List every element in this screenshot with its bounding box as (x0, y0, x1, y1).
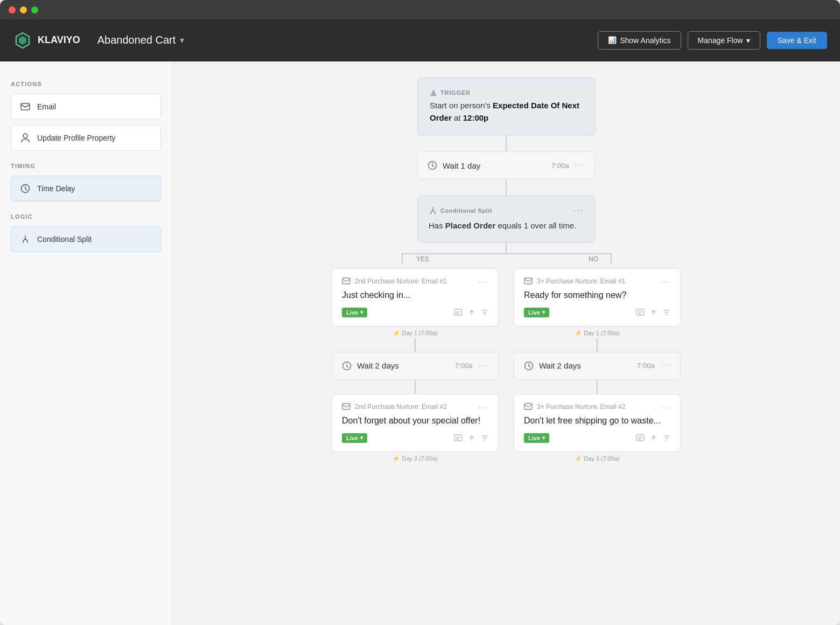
right-email-1-up-arrow[interactable] (650, 309, 657, 316)
email-2-up-arrow[interactable] (468, 434, 475, 442)
app-header: KLAVIYO Abandoned Cart ▾ 📊 Show Analytic… (0, 19, 840, 61)
split-columns: 2nd Purchase Nurture: Email #1 ··· Just … (332, 268, 681, 463)
right-wait-2[interactable]: Wait 2 days 7:00a ··· (514, 352, 681, 380)
conditional-menu-dots[interactable]: ··· (573, 206, 584, 216)
left-connector-2 (415, 380, 416, 394)
right-email-1-status[interactable]: Live ▾ (524, 308, 549, 317)
right-email-1-filter[interactable] (663, 309, 670, 316)
svg-rect-13 (524, 278, 532, 284)
svg-rect-8 (342, 278, 350, 284)
left-email-1-subject: Just checking in... (342, 290, 488, 300)
email-label: Email (37, 102, 56, 111)
right-wait-clock-icon (524, 361, 534, 371)
right-email-2-header: 3+ Purchase Nurture: Email #2 ··· (524, 403, 670, 413)
filter-icon[interactable] (481, 309, 488, 316)
conditional-split-node[interactable]: Conditional Split ··· Has Placed Order e… (417, 196, 595, 242)
conditional-label: Conditional Split ··· (429, 206, 584, 216)
minimize-dot[interactable] (20, 6, 27, 13)
left-email-1[interactable]: 2nd Purchase Nurture: Email #1 ··· Just … (332, 268, 499, 327)
sidebar-item-conditional-split[interactable]: Conditional Split (11, 226, 161, 252)
svg-point-4 (23, 134, 27, 138)
right-email-2-footer: Live ▾ (524, 433, 670, 443)
close-dot[interactable] (9, 6, 16, 13)
timing-section-label: TIMING (11, 163, 161, 169)
manage-flow-button[interactable]: Manage Flow ▾ (688, 31, 760, 50)
app-window: KLAVIYO Abandoned Cart ▾ 📊 Show Analytic… (0, 0, 840, 625)
logo: KLAVIYO (13, 31, 80, 50)
clock-icon (20, 183, 31, 194)
main-layout: ACTIONS Email Update Profile Property TI… (0, 61, 840, 625)
email-2-filter-icon[interactable] (481, 434, 488, 442)
right-email-2-action-icon[interactable] (636, 434, 645, 441)
wait-clock-icon (428, 161, 437, 170)
conditional-text: Has Placed Order equals 1 over all time. (429, 220, 584, 232)
maximize-dot[interactable] (31, 6, 38, 13)
left-email-1-menu[interactable]: ··· (478, 277, 488, 287)
right-day-3-label: ⚡ Day 3 (7:00a) (575, 455, 620, 462)
left-email-2-status[interactable]: Live ▾ (342, 433, 367, 443)
left-email-1-actions (454, 309, 488, 316)
header-actions: 📊 Show Analytics Manage Flow ▾ Save & Ex… (598, 31, 827, 50)
left-wait-2[interactable]: Wait 2 days 7:00a ··· (332, 352, 499, 380)
left-email-1-status[interactable]: Live ▾ (342, 308, 367, 317)
flow-canvas[interactable]: Trigger Start on person's Expected Date … (172, 61, 840, 625)
right-email-2-series: 3+ Purchase Nurture: Email #2 (537, 403, 625, 411)
left-connector-1 (415, 338, 416, 352)
svg-rect-11 (342, 404, 350, 409)
sidebar-item-time-delay[interactable]: Time Delay (11, 176, 161, 202)
email-1-left-icon (342, 277, 351, 284)
left-email-2[interactable]: 2nd Purchase Nurture: Email #2 ··· Don't… (332, 394, 499, 452)
update-profile-label: Update Profile Property (37, 134, 116, 142)
up-arrow-icon[interactable] (468, 309, 475, 316)
email-2-action-icon[interactable] (454, 434, 463, 441)
title-bar (0, 0, 840, 19)
right-connector-2 (597, 380, 598, 394)
manage-flow-dropdown-icon: ▾ (746, 36, 750, 45)
left-email-1-footer: Live ▾ (342, 308, 488, 317)
trigger-label: Trigger (430, 89, 583, 96)
split-icon (20, 234, 31, 245)
right-email-2-status[interactable]: Live ▾ (524, 433, 549, 443)
email-action-icon[interactable] (454, 309, 463, 316)
left-wait-2-menu[interactable]: ··· (478, 361, 488, 371)
wait-node-1[interactable]: Wait 1 day 7:00a ··· (417, 151, 595, 179)
email-2-left-icon (342, 403, 351, 410)
right-day-1-label: ⚡ Day 1 (7:00a) (575, 330, 620, 337)
no-label: NO (587, 255, 600, 263)
svg-rect-3 (21, 103, 30, 110)
show-analytics-button[interactable]: 📊 Show Analytics (598, 31, 681, 50)
sidebar-item-email[interactable]: Email (11, 94, 161, 120)
left-day-3-label: ⚡ Day 3 (7:00a) (393, 455, 438, 462)
wait-left: Wait 1 day (428, 161, 480, 170)
left-email-1-header: 2nd Purchase Nurture: Email #1 ··· (342, 277, 488, 287)
right-live-badge-arrow: ▾ (542, 309, 545, 315)
right-email-2-filter[interactable] (663, 434, 670, 442)
right-email-2[interactable]: 3+ Purchase Nurture: Email #2 ··· Don't … (514, 394, 681, 452)
right-wait-2-menu[interactable]: ··· (660, 361, 670, 371)
save-exit-button[interactable]: Save & Exit (767, 32, 827, 49)
left-day-1-label: ⚡ Day 1 (7:00a) (393, 330, 438, 337)
trigger-node[interactable]: Trigger Start on person's Expected Date … (417, 78, 595, 135)
envelope-icon (20, 101, 31, 112)
right-connector-1 (597, 338, 598, 352)
dropdown-arrow-icon[interactable]: ▾ (180, 35, 184, 45)
flow-name-header: Abandoned Cart ▾ (97, 34, 185, 46)
right-email-2-menu[interactable]: ··· (660, 403, 670, 413)
right-email-1-action-icon[interactable] (636, 309, 645, 316)
right-email-1-footer: Live ▾ (524, 308, 670, 317)
right-email-1-series: 3+ Purchase Nurture: Email #1 (537, 277, 625, 285)
right-email-1-subject: Ready for something new? (524, 290, 670, 300)
flow-container: Trigger Start on person's Expected Date … (194, 78, 818, 463)
email-1-right-icon (524, 277, 533, 284)
live-badge-arrow-icon: ▾ (360, 309, 363, 315)
wait-1-menu-dots[interactable]: ··· (575, 161, 585, 170)
trigger-text: Start on person's Expected Date Of Next … (430, 100, 583, 124)
right-email-1[interactable]: 3+ Purchase Nurture: Email #1 ··· Ready … (514, 268, 681, 327)
connector-2 (506, 179, 507, 196)
right-email-1-menu[interactable]: ··· (660, 277, 670, 287)
sidebar-item-update-profile[interactable]: Update Profile Property (11, 125, 161, 151)
bar-chart-icon: 📊 (608, 36, 617, 44)
left-email-2-menu[interactable]: ··· (478, 403, 488, 413)
flow-name-text: Abandoned Cart (97, 34, 176, 46)
right-email-2-up-arrow[interactable] (650, 434, 657, 442)
